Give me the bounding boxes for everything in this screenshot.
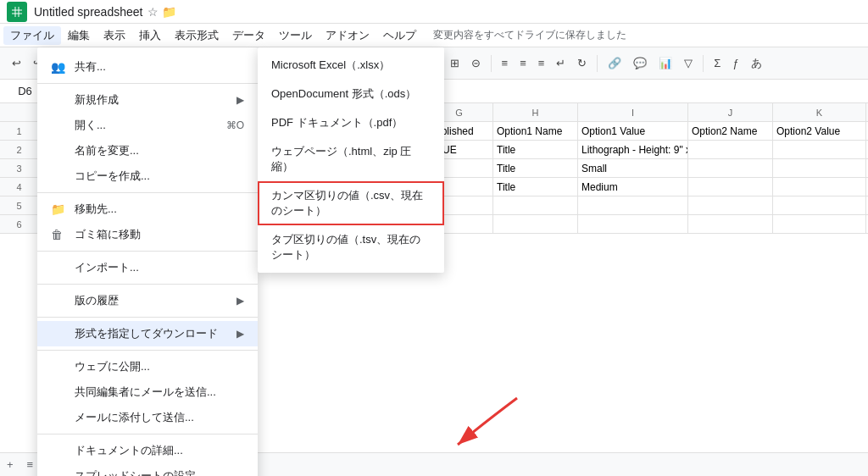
row-num-5: 5 (0, 196, 39, 214)
japanese-input-button[interactable]: あ (746, 53, 767, 75)
align-left-button[interactable]: ≡ (497, 53, 514, 73)
cell-j4[interactable] (688, 178, 773, 196)
submenu-html[interactable]: ウェブページ（.html、zip 圧縮） (258, 137, 444, 181)
menu-item-file[interactable]: ファイル (3, 26, 61, 45)
menu-section-share: 👥 共有... (37, 51, 258, 84)
folder-icon: 📁 (162, 5, 176, 19)
filter-button[interactable]: ▽ (679, 53, 698, 73)
cell-k6[interactable] (773, 215, 866, 233)
cell-h6[interactable] (493, 215, 578, 233)
submenu-pdf-label: PDF ドキュメント（.pdf） (271, 115, 403, 130)
cell-j1[interactable]: Option2 Name (688, 122, 773, 140)
col-header-i[interactable]: I (578, 103, 688, 121)
cell-i6[interactable] (578, 215, 688, 233)
menu-details-label: ドキュメントの詳細... (75, 443, 183, 458)
submenu-csv[interactable]: カンマ区切りの値（.csv、現在のシート） (258, 181, 444, 225)
menu-move[interactable]: 📁 移動先... (37, 196, 258, 222)
menu-item-data[interactable]: データ (225, 26, 272, 45)
merge-button[interactable]: ⊝ (466, 53, 486, 73)
col-header-j[interactable]: J (688, 103, 773, 121)
submenu-tsv[interactable]: タブ区切りの値（.tsv、現在のシート） (258, 225, 444, 269)
menu-settings-label: スプレッドシートの設定... (75, 468, 205, 476)
formula-button[interactable]: ƒ (727, 53, 743, 73)
cell-i3[interactable]: Small (578, 159, 688, 177)
menu-item-tools[interactable]: ツール (272, 26, 319, 45)
chart-button[interactable]: 📊 (654, 53, 677, 73)
menu-publish-web-label: ウェブに公開... (75, 359, 150, 374)
col-header-k[interactable]: K (773, 103, 866, 121)
menu-rename[interactable]: 名前を変更... (37, 138, 258, 163)
undo-button[interactable]: ↩ (7, 53, 26, 73)
menu-share[interactable]: 👥 共有... (37, 54, 258, 80)
menu-open-label: 開く... (75, 118, 106, 133)
menu-section-details: ドキュメントの詳細... スプレッドシートの設定... (37, 434, 258, 476)
move-icon: 📁 (51, 202, 68, 216)
row-num-1: 1 (0, 122, 39, 140)
cell-k1[interactable]: Option2 Value (773, 122, 866, 140)
valign-button[interactable]: ≡ (533, 53, 550, 73)
menu-new[interactable]: 新規作成 ▶ (37, 87, 258, 113)
menu-email-attach[interactable]: メールに添付して送信... (37, 405, 258, 430)
submenu-pdf[interactable]: PDF ドキュメント（.pdf） (258, 108, 444, 137)
submenu-xlsx-label: Microsoft Excel（.xlsx） (271, 58, 390, 73)
menu-item-addons[interactable]: アドオン (319, 26, 376, 45)
menu-section-move: 📁 移動先... 🗑 ゴミ箱に移動 (37, 193, 258, 252)
menu-history[interactable]: 版の履歴 ▶ (37, 288, 258, 313)
menu-section-import: インポート... (37, 252, 258, 285)
file-menu: 👥 共有... 新規作成 ▶ 開く... ⌘O 名前を変更... コピーを作成.… (37, 47, 258, 476)
menu-email-attach-label: メールに添付して送信... (75, 410, 194, 425)
rotate-button[interactable]: ↻ (572, 53, 592, 73)
cell-j2[interactable] (688, 141, 773, 158)
wrap-button[interactable]: ↵ (551, 53, 570, 73)
cell-j6[interactable] (688, 215, 773, 233)
menu-open[interactable]: 開く... ⌘O (37, 113, 258, 138)
align-center-button[interactable]: ≡ (515, 53, 531, 73)
col-header-h[interactable]: H (493, 103, 578, 121)
cell-j5[interactable] (688, 196, 773, 214)
divider7 (597, 55, 598, 72)
cell-k3[interactable] (773, 159, 866, 177)
menu-copy-label: コピーを作成... (75, 169, 150, 184)
star-icon[interactable]: ☆ (147, 5, 159, 19)
download-submenu: Microsoft Excel（.xlsx） OpenDocument 形式（.… (258, 47, 444, 273)
share-icon: 👥 (51, 60, 68, 74)
add-sheet-button[interactable]: + (0, 455, 20, 474)
submenu-csv-label: カンマ区切りの値（.csv、現在のシート） (271, 188, 431, 219)
cell-j3[interactable] (688, 159, 773, 177)
cell-h4[interactable]: Title (493, 178, 578, 196)
cell-h1[interactable]: Option1 Name (493, 122, 578, 140)
menu-item-edit[interactable]: 編集 (61, 26, 97, 45)
cell-k5[interactable] (773, 196, 866, 214)
cell-k4[interactable] (773, 178, 866, 196)
submenu-ods[interactable]: OpenDocument 形式（.ods） (258, 80, 444, 108)
cell-k2[interactable] (773, 141, 866, 158)
menu-details[interactable]: ドキュメントの詳細... (37, 438, 258, 463)
menu-item-view[interactable]: 表示 (97, 26, 132, 45)
menu-import[interactable]: インポート... (37, 255, 258, 280)
menu-settings[interactable]: スプレッドシートの設定... (37, 463, 258, 476)
menu-item-insert[interactable]: 挿入 (132, 26, 168, 45)
comment-button[interactable]: 💬 (628, 53, 652, 73)
menu-item-format[interactable]: 表示形式 (168, 26, 225, 45)
submenu-xlsx[interactable]: Microsoft Excel（.xlsx） (258, 51, 444, 80)
menu-download[interactable]: 形式を指定してダウンロード ▶ (37, 321, 258, 346)
cell-i2[interactable]: Lithograph - Height: 9" x Width: 12" (578, 141, 688, 158)
menu-email-collaborators[interactable]: 共同編集者にメールを送信... (37, 379, 258, 405)
link-button[interactable]: 🔗 (603, 53, 626, 73)
cell-h5[interactable] (493, 196, 578, 214)
cell-i5[interactable] (578, 196, 688, 214)
divider6 (491, 55, 492, 72)
cell-i4[interactable]: Medium (578, 178, 688, 196)
menu-copy[interactable]: コピーを作成... (37, 163, 258, 189)
menu-item-help[interactable]: ヘルプ (376, 26, 423, 45)
sum-button[interactable]: Σ (709, 53, 726, 73)
menu-publish-web[interactable]: ウェブに公開... (37, 354, 258, 379)
submenu-html-label: ウェブページ（.html、zip 圧縮） (271, 144, 431, 174)
cell-i1[interactable]: Option1 Value (578, 122, 688, 140)
menu-new-label: 新規作成 (75, 92, 119, 108)
menu-email-collaborators-label: 共同編集者にメールを送信... (75, 385, 216, 400)
border-button[interactable]: ⊞ (445, 53, 465, 73)
cell-h2[interactable]: Title (493, 141, 578, 158)
cell-h3[interactable]: Title (493, 159, 578, 177)
menu-trash[interactable]: 🗑 ゴミ箱に移動 (37, 222, 258, 247)
